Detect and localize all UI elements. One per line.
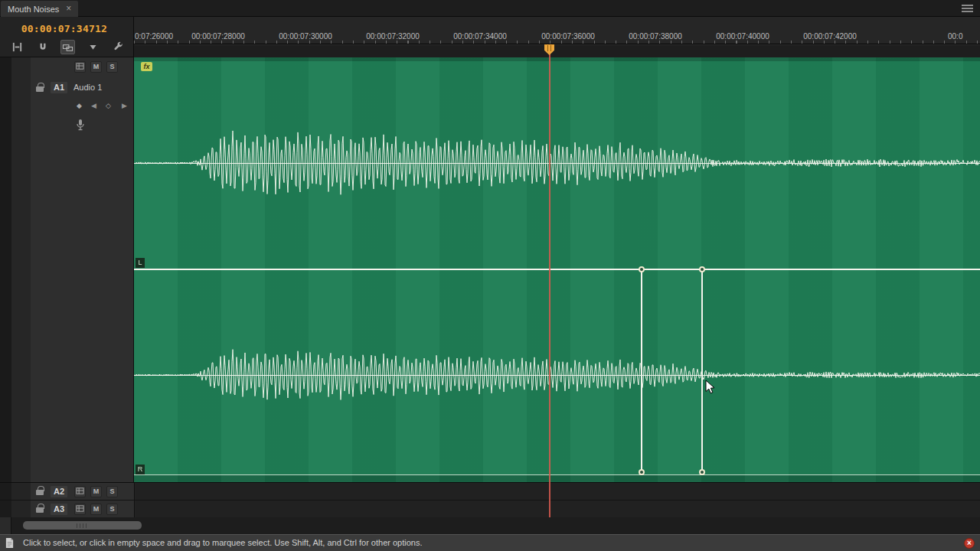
solo-button-a1[interactable]: S (106, 61, 118, 73)
linked-selection-icon[interactable] (60, 40, 75, 54)
timeline-header-left: 00:00:07:34712 (0, 17, 134, 57)
lock-icon-a2[interactable] (36, 490, 44, 495)
solo-button-a2[interactable]: S (106, 486, 118, 497)
track-header-a1: M S A1 Audio 1 ◆ ◀ ◇ ▶ (0, 57, 134, 482)
mouse-cursor-icon (705, 380, 716, 398)
insert-overwrite-icon[interactable] (10, 40, 24, 54)
add-marker-icon[interactable] (86, 40, 100, 54)
ruler-label: 00:00:07:36000 (541, 32, 595, 41)
timeline-ruler[interactable]: 0:07:2600000:00:07:2800000:00:07:3000000… (134, 17, 980, 44)
ruler-label: 00:00:07:42000 (803, 32, 857, 41)
snap-magnet-icon[interactable] (35, 40, 50, 54)
app-window: Mouth Noises × 00:00:07:34712 0 (0, 0, 980, 551)
right-channel-badge: R (136, 465, 145, 474)
timeline-settings-wrench-icon[interactable] (111, 40, 126, 54)
ruler-label: 0:07:26000 (135, 32, 173, 41)
track-label-a1[interactable]: A1 (51, 82, 67, 93)
ruler-label: 00:00:07:38000 (629, 32, 682, 41)
playhead-line[interactable] (549, 44, 550, 517)
volume-envelope-line[interactable] (134, 269, 980, 270)
bottom-track-rows: A2 M S A3 M S (0, 482, 980, 517)
microphone-icon[interactable] (75, 119, 86, 135)
mute-button-a1[interactable]: M (90, 61, 102, 73)
track-meter-grid-icon[interactable] (74, 504, 86, 515)
timecode-display[interactable]: 00:00:07:34712 (0, 23, 107, 34)
prev-keyframe-icon[interactable]: ◀ (91, 102, 96, 109)
row-strip (0, 500, 11, 517)
track-meter-grid-icon[interactable] (74, 61, 86, 73)
fx-badge[interactable]: fx (141, 62, 152, 71)
volume-keyframe-handle[interactable] (699, 469, 705, 475)
row-timeline-bg (136, 500, 980, 517)
status-doc-icon (5, 537, 15, 551)
add-keyframe-icon[interactable]: ◆ (77, 102, 82, 109)
track-meter-grid-icon[interactable] (74, 486, 86, 497)
tab-title: Mouth Noises (8, 5, 59, 14)
row-strip (11, 483, 31, 500)
track-row-a3: A3 M S (0, 500, 980, 518)
mute-button-a3[interactable]: M (90, 504, 102, 515)
tab-close-icon[interactable]: × (66, 5, 71, 13)
row-timeline-bg (136, 483, 980, 500)
keyframe-segment-line-2 (701, 269, 703, 472)
next-keyframe-icon[interactable]: ▶ (122, 102, 127, 109)
track-label-a3[interactable]: A3 (51, 504, 67, 515)
volume-keyframe-handle[interactable] (699, 266, 705, 272)
ruler-label: 00:00:07:40000 (716, 32, 769, 41)
track-name-a1: Audio 1 (74, 83, 102, 92)
ruler-label: 00:00:07:32000 (366, 32, 420, 41)
panel-menu-icon[interactable] (962, 5, 973, 12)
horizontal-scrollbar[interactable] (0, 517, 980, 534)
tab-bar: Mouth Noises × (0, 0, 980, 17)
work-area-strip[interactable] (134, 44, 980, 57)
ruler-label: 00:00:07:28000 (191, 32, 245, 41)
track-label-a2[interactable]: A2 (51, 486, 67, 497)
volume-keyframe-handle[interactable] (639, 469, 645, 475)
status-bar: Click to select, or click in empty space… (0, 534, 980, 551)
ruler-label: 00:0 (948, 32, 962, 41)
ruler-label: 00:00:07:30000 (279, 32, 332, 41)
row-strip (11, 500, 31, 517)
track-row-a2: A2 M S (0, 483, 980, 500)
keyframe-icon[interactable]: ◇ (106, 102, 111, 109)
status-close-button[interactable]: × (964, 538, 975, 549)
status-message: Click to select, or click in empty space… (23, 535, 423, 551)
lock-icon-a3[interactable] (36, 507, 44, 513)
row-strip (0, 483, 11, 500)
scrollbar-corner-box (0, 517, 11, 534)
volume-keyframe-handle[interactable] (639, 266, 645, 272)
lock-icon-a1[interactable] (36, 86, 44, 92)
clip-bottom-line (134, 474, 980, 475)
scrollbar-thumb[interactable] (23, 521, 142, 530)
timeline-toolbar (10, 40, 126, 54)
tab-mouth-noises[interactable]: Mouth Noises × (1, 1, 78, 17)
left-channel-badge: L (136, 258, 145, 268)
ruler-label: 00:00:07:34000 (453, 32, 507, 41)
solo-button-a3[interactable]: S (106, 504, 118, 515)
audio-clip[interactable]: fx L R (134, 57, 980, 482)
scrollbar-grip (77, 523, 87, 528)
mute-button-a2[interactable]: M (90, 486, 102, 497)
keyframe-segment-line-1 (641, 269, 642, 472)
